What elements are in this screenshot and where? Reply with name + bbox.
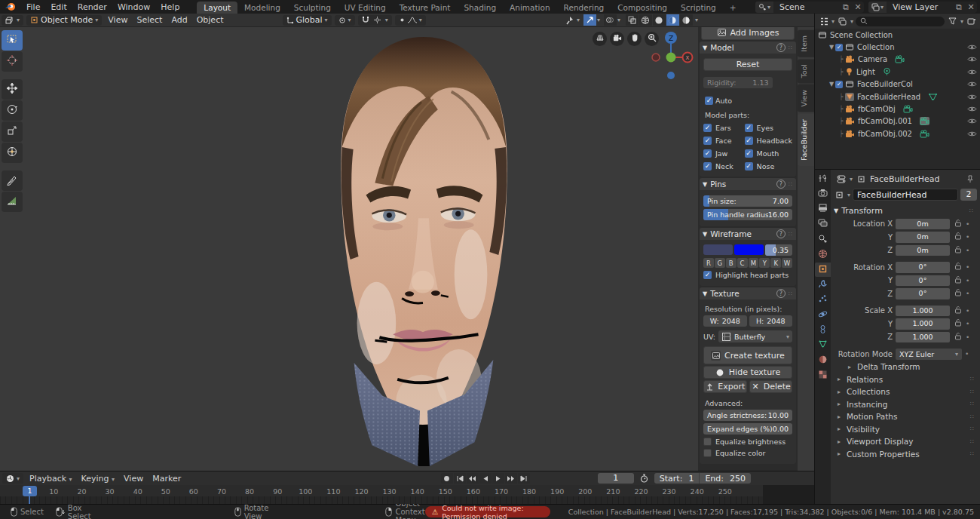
outliner-row[interactable]: ▼✓Collection <box>815 41 980 53</box>
outliner-display-mode-button[interactable] <box>837 16 848 26</box>
shading-wireframe-icon[interactable] <box>639 14 652 26</box>
close-scene-icon[interactable]: ✕ <box>852 2 864 12</box>
camera-view-button[interactable] <box>610 32 624 46</box>
workspace-tab-rendering[interactable]: Rendering <box>557 2 611 14</box>
section-visibility[interactable]: ▸Visibility∷ <box>834 423 977 436</box>
properties-tab-physics[interactable] <box>815 308 831 322</box>
properties-tab-modifiers[interactable] <box>815 278 831 292</box>
scale-tool-button[interactable] <box>2 121 23 142</box>
eye-icon[interactable] <box>967 69 977 75</box>
properties-tab-tool[interactable] <box>815 172 831 186</box>
texture-slider[interactable]: Expand edges (%):0.00 <box>703 423 792 435</box>
section-viewport-display[interactable]: ▸Viewport Display∷ <box>834 435 977 448</box>
viewport-menu-select[interactable]: Select <box>132 15 167 25</box>
properties-tab-render[interactable] <box>815 187 831 201</box>
outliner-item-label[interactable]: Light <box>856 68 875 76</box>
channel-button-k[interactable]: K <box>770 258 781 268</box>
properties-tab-world[interactable] <box>815 247 831 262</box>
timeline-editor-type-button[interactable]: ▾ <box>2 473 23 484</box>
play-reverse-button[interactable] <box>479 473 492 484</box>
new-scene-icon[interactable]: ⧉ <box>840 2 852 12</box>
overlays-toggle[interactable] <box>604 14 617 26</box>
current-frame-field[interactable]: 1 <box>598 473 634 484</box>
xray-toggle[interactable] <box>626 14 639 26</box>
viewport-menu-view[interactable]: View <box>103 15 132 25</box>
animate-dot[interactable]: • <box>966 320 972 327</box>
eye-icon[interactable] <box>967 118 977 124</box>
lock-icon[interactable] <box>953 262 963 272</box>
lock-icon[interactable] <box>953 318 963 329</box>
workspace-tab-compositing[interactable]: Compositing <box>611 2 674 14</box>
prev-keyframe-button[interactable] <box>467 473 479 484</box>
channel-button-w[interactable]: W <box>782 258 792 268</box>
outliner-item-label[interactable]: FaceBuilderHead <box>857 93 920 101</box>
transform-panel-header[interactable]: ▼ Transform ∷ <box>834 204 977 217</box>
view-layer-name[interactable]: View Layer <box>887 2 953 12</box>
outliner-item-label[interactable]: fbCamObj <box>858 105 896 113</box>
section-collections[interactable]: ▸Collections∷ <box>834 385 977 398</box>
section-custom-properties[interactable]: ▸Custom Properties∷ <box>834 448 977 461</box>
timeline-menu-marker[interactable]: Marker <box>148 474 185 484</box>
outliner-item-label[interactable]: Collection <box>857 43 894 51</box>
animate-dot[interactable]: • <box>966 263 972 271</box>
breadcrumb-object-name[interactable]: FaceBuilderHead <box>870 174 940 184</box>
delete-texture-button[interactable]: ✕ Delete <box>749 380 793 393</box>
properties-tab-material[interactable] <box>815 353 831 367</box>
animate-dot[interactable]: • <box>965 350 971 358</box>
perspective-grid-button[interactable] <box>593 32 607 46</box>
transform-value-field[interactable]: 0m <box>896 232 950 243</box>
timeline-menu-keying[interactable]: Keying ▾ <box>77 474 119 484</box>
channel-button-r[interactable]: R <box>703 258 714 268</box>
properties-tab-view-layer[interactable] <box>815 217 831 232</box>
topbar-menu-render[interactable]: Render <box>72 2 112 13</box>
topbar-menu-help[interactable]: Help <box>155 2 185 13</box>
transform-tool-button[interactable] <box>2 143 23 163</box>
eye-icon[interactable] <box>967 94 977 100</box>
animate-dot[interactable]: • <box>966 233 972 241</box>
pan-hand-button[interactable] <box>627 32 642 46</box>
transform-value-field[interactable]: 0° <box>896 262 950 273</box>
editor-type-button[interactable]: ▾ <box>2 15 23 26</box>
delta-transform-row[interactable]: ▸ Delta Transform <box>834 361 977 373</box>
hide-texture-button[interactable]: Hide texture <box>703 366 792 379</box>
disclosure-icon[interactable]: ▼ <box>828 81 835 88</box>
outliner-row[interactable]: ▼✓FaceBuilderCol <box>815 78 980 91</box>
annotate-tool-button[interactable] <box>2 170 23 191</box>
play-button[interactable] <box>492 473 504 484</box>
outliner-row[interactable]: ┝fbCamObj <box>815 103 980 115</box>
eye-icon[interactable] <box>967 106 977 112</box>
sidebar-tab-item[interactable]: Item <box>798 30 814 57</box>
model-section-header[interactable]: ▼ Model ? ∷ <box>700 41 796 54</box>
sidebar-tab-facebuilder[interactable]: FaceBuilder <box>798 114 814 166</box>
workspace-tab-uv-editing[interactable]: UV Editing <box>338 2 393 14</box>
channel-button-c[interactable]: C <box>737 258 748 268</box>
lock-icon[interactable] <box>953 232 963 242</box>
channel-button-y[interactable]: Y <box>759 258 770 268</box>
rigidity-slider[interactable]: Rigidity: 1.13 <box>703 77 773 88</box>
help-icon[interactable]: ? <box>776 180 786 189</box>
outliner-item-label[interactable]: Camera <box>858 55 887 63</box>
jump-to-start-button[interactable] <box>454 473 466 484</box>
pivot-dropdown[interactable]: ▾ <box>335 15 355 26</box>
texture-height-field[interactable]: H:2048 <box>749 315 793 327</box>
lock-icon[interactable] <box>953 219 963 229</box>
model-part-checkbox[interactable]: ✓ <box>745 162 753 170</box>
object-name-field[interactable]: FaceBuilderHead <box>853 189 958 201</box>
outliner-item-label[interactable]: FaceBuilderCol <box>857 80 913 88</box>
texture-section-header[interactable]: ▼ Texture ? ∷ <box>700 287 796 299</box>
section-relations[interactable]: ▸Relations∷ <box>834 373 977 386</box>
proportional-editing[interactable]: ▾ <box>395 15 426 26</box>
reset-button[interactable]: Reset <box>703 58 792 71</box>
pin-icon[interactable] <box>964 174 975 184</box>
use-preview-range-icon[interactable] <box>639 473 650 484</box>
outliner-row[interactable]: ┝Camera <box>815 54 980 66</box>
new-view-layer-icon[interactable]: ⧉ <box>953 2 965 12</box>
outliner-item-label[interactable]: fbCamObj.002 <box>858 130 912 138</box>
timeline-ruler[interactable]: 1 11020304050607080901001101201301401501… <box>0 485 814 504</box>
drag-dots-icon[interactable]: ∷ <box>789 290 793 297</box>
timeline-menu-view[interactable]: View <box>119 474 148 484</box>
outliner-row[interactable]: ┝fbCamObj.001 <box>815 115 980 127</box>
outliner-row[interactable]: ┝fbCamObj.002 <box>815 127 980 140</box>
lock-icon[interactable] <box>953 306 963 316</box>
animate-dot[interactable]: • <box>966 277 972 284</box>
